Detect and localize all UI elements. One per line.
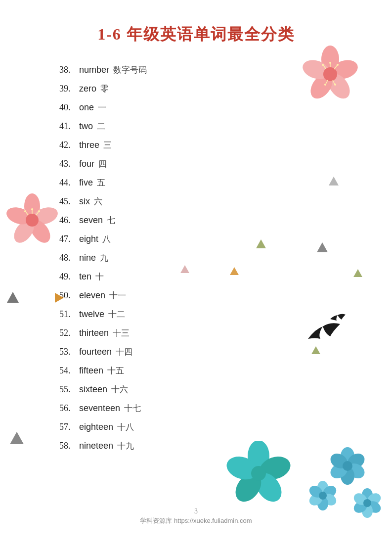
word-number: 58. <box>59 441 75 450</box>
list-item: 54.fifteen十五 <box>59 361 392 380</box>
svg-marker-61 <box>7 292 19 303</box>
word-english: ten <box>79 272 91 281</box>
list-item: 45.six六 <box>59 192 392 211</box>
word-english: thirteen <box>79 328 109 337</box>
word-chinese: 零 <box>100 85 109 93</box>
word-number: 39. <box>59 84 75 93</box>
deco-triangle-1 <box>329 177 339 187</box>
list-item: 55.sixteen十六 <box>59 380 392 399</box>
word-chinese: 一 <box>98 103 106 112</box>
word-chinese: 十九 <box>117 442 134 450</box>
word-english: seven <box>79 216 103 225</box>
svg-point-47 <box>319 492 327 500</box>
word-chinese: 十四 <box>116 348 132 356</box>
deco-triangle-3 <box>317 242 328 254</box>
list-item: 46.seven七 <box>59 211 392 230</box>
word-english: eleven <box>79 291 105 300</box>
word-number: 41. <box>59 122 75 131</box>
cherry-blossom-top-right-icon <box>298 45 362 104</box>
list-item: 43.four四 <box>59 154 392 173</box>
word-number: 42. <box>59 140 75 149</box>
word-number: 49. <box>59 272 75 281</box>
word-number: 54. <box>59 366 75 375</box>
word-english: fifteen <box>79 366 103 375</box>
deco-triangle-2 <box>256 239 266 250</box>
svg-point-27 <box>24 210 26 212</box>
deco-triangle-5 <box>230 267 239 277</box>
teal-flower-icon <box>224 441 293 506</box>
word-english: nineteen <box>79 441 113 450</box>
svg-marker-55 <box>329 177 339 185</box>
svg-point-21 <box>26 214 39 227</box>
svg-marker-60 <box>353 269 362 277</box>
word-number: 52. <box>59 328 75 337</box>
svg-point-15 <box>324 84 326 86</box>
word-number: 55. <box>59 385 75 394</box>
word-chinese: 三 <box>103 141 112 149</box>
word-chinese: 七 <box>107 216 115 225</box>
word-number: 44. <box>59 178 75 187</box>
svg-marker-59 <box>230 267 239 275</box>
svg-marker-56 <box>256 239 266 248</box>
svg-point-26 <box>38 210 40 212</box>
word-english: eight <box>79 234 98 243</box>
word-number: 53. <box>59 347 75 356</box>
svg-marker-63 <box>10 432 24 444</box>
deco-triangle-left-2 <box>54 293 64 304</box>
word-chinese: 五 <box>97 179 105 187</box>
word-number: 47. <box>59 234 75 243</box>
word-chinese: 十 <box>95 273 104 281</box>
svg-point-33 <box>251 466 266 481</box>
word-english: zero <box>79 84 96 93</box>
word-english: four <box>79 159 94 168</box>
svg-point-14 <box>334 84 336 86</box>
word-number: 40. <box>59 103 75 112</box>
word-english: one <box>79 103 94 112</box>
svg-point-13 <box>322 64 324 66</box>
word-chinese: 十八 <box>117 423 134 431</box>
svg-point-5 <box>323 67 337 81</box>
list-item: 49.ten十 <box>59 267 392 286</box>
page: 1-6 年级英语单词最全分类 38.number数字号码39.zero零40.o… <box>0 0 392 555</box>
svg-point-12 <box>337 64 339 66</box>
cherry-blossom-left-icon <box>5 193 59 247</box>
word-number: 51. <box>59 310 75 319</box>
word-english: two <box>79 122 93 131</box>
word-english: five <box>79 178 93 187</box>
word-list: 38.number数字号码39.zero零40.one一41.two二42.th… <box>59 60 392 455</box>
list-item: 41.two二 <box>59 117 392 136</box>
svg-marker-64 <box>311 346 320 354</box>
word-chinese: 九 <box>100 254 108 262</box>
list-item: 47.eight八 <box>59 230 392 248</box>
word-chinese: 二 <box>97 122 105 131</box>
word-english: sixteen <box>79 385 107 394</box>
deco-triangle-bottom-left <box>10 432 24 446</box>
list-item: 48.nine九 <box>59 248 392 267</box>
svg-point-54 <box>363 499 371 507</box>
word-chinese: 十二 <box>108 310 125 319</box>
word-english: twelve <box>79 310 104 319</box>
svg-point-25 <box>31 208 33 210</box>
svg-point-11 <box>329 62 331 64</box>
word-english: six <box>79 197 90 206</box>
list-item: 42.three三 <box>59 136 392 154</box>
word-chinese: 十五 <box>107 367 124 375</box>
word-english: three <box>79 140 99 149</box>
word-english: fourteen <box>79 347 112 356</box>
svg-marker-62 <box>55 293 64 303</box>
word-english: eighteen <box>79 422 113 431</box>
svg-marker-58 <box>180 265 189 273</box>
word-number: 48. <box>59 253 75 262</box>
word-number: 56. <box>59 404 75 413</box>
list-item: 44.five五 <box>59 173 392 192</box>
word-chinese: 十三 <box>113 329 130 337</box>
birds-icon <box>293 312 352 351</box>
word-number: 38. <box>59 65 75 74</box>
word-english: number <box>79 65 109 74</box>
word-chinese: 数字号码 <box>113 66 147 74</box>
svg-marker-57 <box>317 242 328 252</box>
word-english: nine <box>79 253 96 262</box>
word-chinese: 八 <box>102 235 111 243</box>
word-english: seventeen <box>79 404 120 413</box>
deco-triangle-right-2 <box>311 346 320 356</box>
